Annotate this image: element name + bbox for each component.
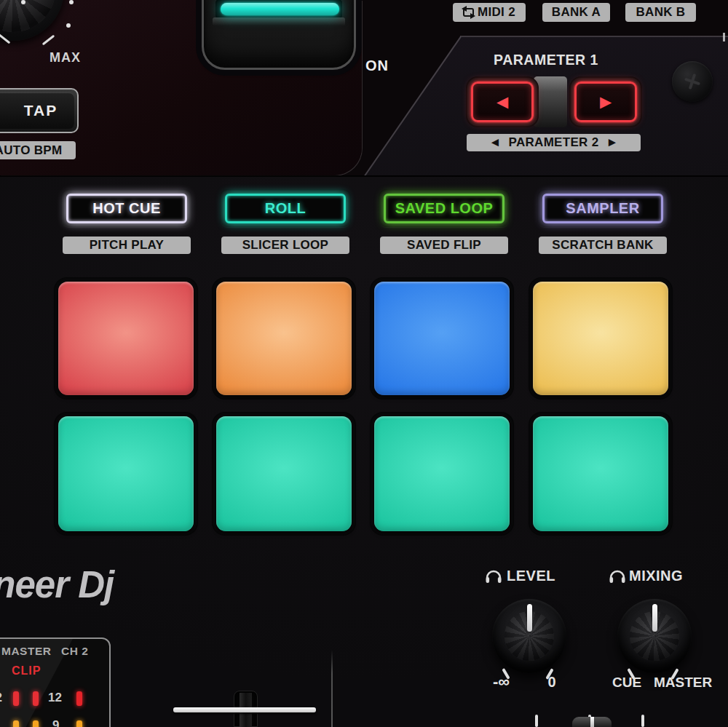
mixing-master-label: MASTER bbox=[654, 675, 712, 691]
meter-led-orange bbox=[33, 720, 39, 727]
level-min-label: -∞ bbox=[473, 672, 510, 691]
level-max-label: 0 bbox=[545, 674, 559, 691]
knob-scale-dot bbox=[21, 0, 25, 4]
paddle-light-bar bbox=[221, 3, 339, 15]
right-arrow-icon: ▶ bbox=[600, 93, 612, 111]
fx-paddle-lever[interactable] bbox=[202, 0, 356, 70]
sampler-mode-button[interactable]: SAMPLER bbox=[538, 190, 668, 227]
midi-badge-label: MIDI 2 bbox=[478, 5, 515, 20]
bank-a-badge: BANK A bbox=[542, 3, 610, 22]
pad-green-4[interactable] bbox=[533, 416, 668, 531]
max-label: MAX bbox=[50, 50, 81, 65]
bottom-knob-tick bbox=[535, 715, 538, 727]
parameter2-label: PARAMETER 2 bbox=[509, 135, 599, 150]
auto-bpm-label: AUTO BPM bbox=[0, 141, 76, 159]
meter-led-orange bbox=[13, 720, 19, 727]
pad-well bbox=[54, 412, 198, 536]
level-meter: MASTER CH 2 CLIP 12 12 9 bbox=[0, 637, 111, 727]
knob-scale-dot bbox=[66, 23, 71, 28]
headphone-level-knob[interactable] bbox=[492, 599, 566, 673]
parameter2-badge: ◄ PARAMETER 2 ► bbox=[467, 134, 641, 151]
saved-flip-label: SAVED FLIP bbox=[380, 237, 508, 254]
midi-loop-icon bbox=[463, 8, 474, 17]
panel-divider bbox=[0, 175, 728, 177]
parameter1-label: PARAMETER 1 bbox=[466, 52, 626, 68]
hot-cue-label: HOT CUE bbox=[92, 200, 161, 217]
roll-label: ROLL bbox=[265, 200, 306, 217]
meter-led-orange bbox=[76, 720, 82, 727]
parameter-left-button[interactable]: ◀ bbox=[467, 78, 537, 126]
meter-scale-9: 9 bbox=[52, 718, 59, 727]
pad-well bbox=[370, 412, 514, 536]
saved-loop-label: SAVED LOOP bbox=[395, 200, 494, 217]
left-arrow-icon: ◀ bbox=[496, 93, 508, 111]
pad-green-3[interactable] bbox=[374, 416, 510, 531]
pad-well bbox=[370, 277, 514, 400]
meter-scale-12: 12 bbox=[48, 691, 62, 705]
bottom-knob-pointer bbox=[590, 717, 594, 727]
pad-well bbox=[212, 277, 356, 400]
pad-red[interactable] bbox=[58, 282, 194, 395]
meter-scale-12-left: 12 bbox=[0, 691, 2, 705]
pad-well bbox=[529, 412, 673, 536]
knob-pointer bbox=[527, 604, 532, 632]
panel-seam-highlight bbox=[723, 33, 725, 41]
level-label: LEVEL bbox=[507, 568, 555, 584]
hot-cue-mode-button[interactable]: HOT CUE bbox=[62, 190, 191, 227]
headphones-icon bbox=[485, 568, 502, 584]
parameter2-right-arrow-icon: ► bbox=[606, 135, 618, 150]
tap-button-label: TAP bbox=[0, 92, 74, 129]
screw-icon bbox=[672, 61, 713, 102]
meter-header-master: MASTER bbox=[1, 645, 51, 658]
headphones-icon bbox=[609, 568, 626, 584]
mixing-label: MIXING bbox=[629, 568, 683, 584]
pitch-play-label: PITCH PLAY bbox=[63, 237, 191, 254]
tap-button[interactable]: TAP bbox=[0, 88, 79, 133]
pad-well bbox=[529, 277, 673, 400]
paddle-groove bbox=[213, 17, 345, 26]
panel-edge-highlight bbox=[460, 36, 728, 37]
meter-clip-label: CLIP bbox=[12, 664, 41, 678]
scratch-bank-label: SCRATCH BANK bbox=[539, 237, 667, 254]
pioneer-dj-logo: Pioneer Dj bbox=[0, 563, 114, 606]
slicer-loop-label: SLICER LOOP bbox=[221, 237, 349, 254]
sampler-label: SAMPLER bbox=[566, 200, 639, 217]
meter-header-ch2: CH 2 bbox=[61, 645, 88, 658]
mixing-cue-label: CUE bbox=[612, 675, 641, 691]
pad-blue[interactable] bbox=[374, 282, 510, 395]
pad-orange[interactable] bbox=[216, 282, 352, 395]
pad-well bbox=[212, 412, 356, 536]
channel-fader-handle[interactable] bbox=[173, 707, 316, 712]
parameter-hinge-strip bbox=[534, 76, 567, 127]
parameter-right-button[interactable]: ▶ bbox=[571, 78, 641, 126]
bank-b-badge: BANK B bbox=[625, 3, 696, 22]
channel-divider-line bbox=[331, 650, 333, 727]
midi-badge: MIDI 2 bbox=[453, 3, 526, 22]
dj-mixer-panel: MAX TAP AUTO BPM ON MIDI 2 BANK A BANK B… bbox=[0, 0, 728, 727]
pad-well bbox=[54, 277, 198, 400]
meter-led-red bbox=[13, 691, 19, 706]
bottom-knob-tick bbox=[641, 715, 644, 727]
pad-yellow[interactable] bbox=[533, 282, 668, 395]
saved-loop-mode-button[interactable]: SAVED LOOP bbox=[379, 190, 509, 227]
parameter2-left-arrow-icon: ◄ bbox=[488, 135, 501, 150]
pad-green-1[interactable] bbox=[58, 416, 194, 531]
on-label: ON bbox=[365, 57, 389, 74]
knob-pointer bbox=[652, 604, 657, 632]
knob-scale-dot bbox=[69, 0, 74, 4]
headphone-mixing-knob[interactable] bbox=[617, 599, 692, 673]
meter-led-red bbox=[33, 691, 39, 706]
pad-green-2[interactable] bbox=[216, 416, 352, 531]
meter-led-red bbox=[76, 691, 82, 706]
roll-mode-button[interactable]: ROLL bbox=[221, 190, 350, 227]
